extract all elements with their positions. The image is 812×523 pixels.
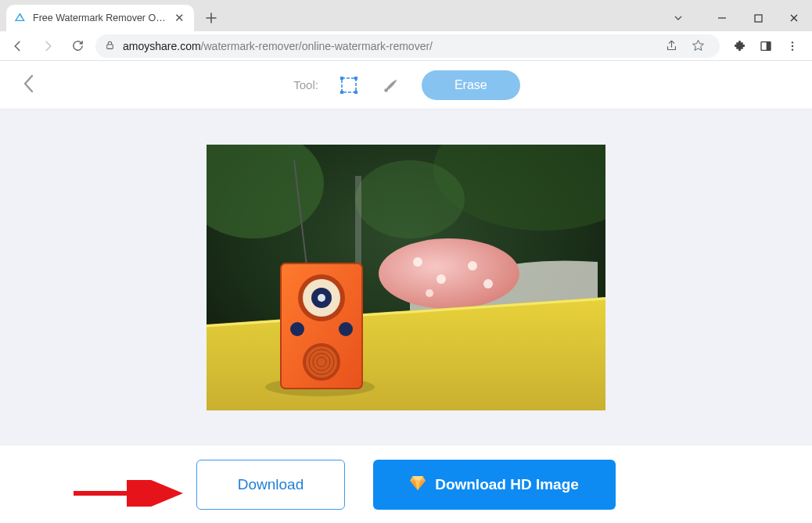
arrow-pointer-icon xyxy=(70,480,188,507)
app-toolbar: Tool: Erase xyxy=(0,61,812,109)
svg-rect-8 xyxy=(340,77,343,80)
browser-titlebar: Free Watermark Remover Online ✕ xyxy=(0,0,812,31)
brush-tool-icon[interactable] xyxy=(379,73,403,97)
browser-address-row: amoyshare.com/watermark-remover/online-w… xyxy=(0,31,812,61)
url-text: amoyshare.com/watermark-remover/online-w… xyxy=(123,40,433,52)
bookmark-star-icon[interactable] xyxy=(685,34,710,58)
svg-rect-11 xyxy=(354,91,357,94)
download-hd-label: Download HD Image xyxy=(435,476,579,493)
svg-rect-10 xyxy=(340,91,343,94)
svg-point-32 xyxy=(290,322,304,336)
browser-tab-active[interactable]: Free Watermark Remover Online ✕ xyxy=(6,5,194,31)
canvas-area xyxy=(0,109,812,446)
svg-point-18 xyxy=(379,238,519,309)
reload-button[interactable] xyxy=(66,34,89,58)
sidepanel-icon[interactable] xyxy=(753,34,779,58)
svg-point-19 xyxy=(413,257,422,267)
rect-select-tool-icon[interactable] xyxy=(337,73,361,97)
browser-extra-icons xyxy=(726,34,806,58)
maximize-window-icon[interactable] xyxy=(740,6,776,30)
close-window-icon[interactable] xyxy=(776,6,812,30)
svg-point-35 xyxy=(306,346,337,378)
tab-title: Free Watermark Remover Online xyxy=(33,13,167,23)
download-hd-button[interactable]: Download HD Image xyxy=(373,460,616,510)
bottom-actions: Download Download HD Image xyxy=(0,446,812,523)
app-back-button[interactable] xyxy=(22,73,45,97)
svg-rect-9 xyxy=(354,77,357,80)
tab-dropdown-icon[interactable] xyxy=(660,6,696,30)
svg-point-33 xyxy=(339,322,353,336)
extensions-icon[interactable] xyxy=(726,34,753,58)
svg-rect-7 xyxy=(342,78,356,92)
back-button[interactable] xyxy=(6,34,30,58)
svg-point-16 xyxy=(355,160,465,238)
svg-point-5 xyxy=(792,45,793,46)
minimize-window-icon[interactable] xyxy=(704,6,740,30)
lock-icon xyxy=(105,40,115,52)
svg-rect-1 xyxy=(107,44,113,48)
svg-point-23 xyxy=(426,289,433,297)
address-bar-actions xyxy=(659,34,710,58)
svg-rect-0 xyxy=(755,15,762,22)
svg-rect-3 xyxy=(767,41,771,50)
menu-dots-icon[interactable] xyxy=(779,34,806,58)
site-favicon xyxy=(14,12,27,24)
erase-button[interactable]: Erase xyxy=(422,70,520,100)
download-button[interactable]: Download xyxy=(196,460,345,510)
address-bar[interactable]: amoyshare.com/watermark-remover/online-w… xyxy=(95,34,720,58)
close-tab-icon[interactable]: ✕ xyxy=(173,11,186,25)
window-controls xyxy=(660,5,812,31)
tool-label: Tool: xyxy=(293,78,318,91)
svg-point-4 xyxy=(792,41,793,43)
svg-point-20 xyxy=(437,274,446,284)
preview-image xyxy=(207,145,605,410)
tool-group: Tool: Erase xyxy=(293,70,519,100)
svg-point-21 xyxy=(468,261,477,270)
svg-point-31 xyxy=(318,294,325,302)
share-icon[interactable] xyxy=(659,34,684,58)
svg-point-6 xyxy=(792,48,793,50)
diamond-icon xyxy=(410,476,426,494)
new-tab-button[interactable] xyxy=(200,7,222,29)
svg-point-22 xyxy=(483,279,493,288)
svg-point-12 xyxy=(384,88,388,92)
forward-button[interactable] xyxy=(36,34,59,58)
